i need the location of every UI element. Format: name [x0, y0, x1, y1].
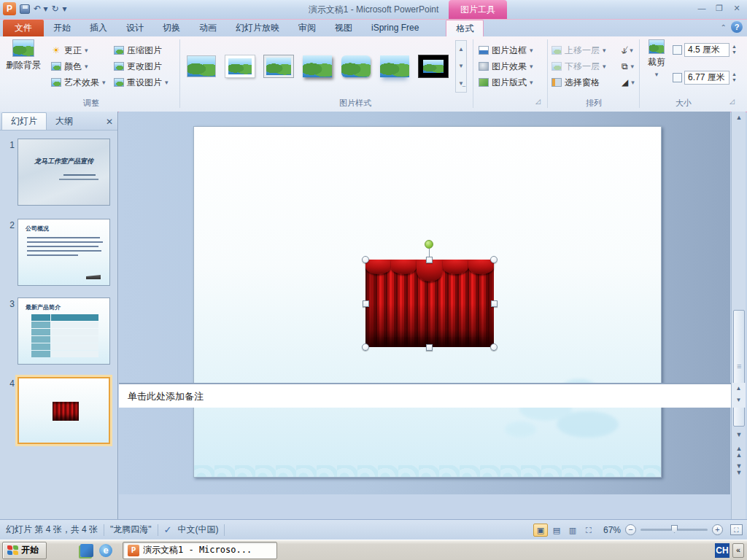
remove-background-button[interactable]: 删除背景 [3, 36, 44, 71]
resize-handle-ne[interactable] [490, 256, 498, 263]
picture-style-option[interactable] [261, 43, 296, 90]
powerpoint-task-icon: P [128, 545, 139, 556]
picture-style-option[interactable] [377, 43, 412, 90]
selection-pane-button[interactable]: 选择窗格 [551, 74, 606, 90]
slide-thumbnail-3[interactable]: 最新产品简介 [18, 298, 110, 365]
theme-name[interactable]: "龙腾四海" [110, 524, 152, 536]
shape-height-control: 4.5 厘米 ▲▼ [673, 41, 737, 58]
slide-canvas[interactable] [193, 126, 662, 478]
close-panel-icon[interactable]: ✕ [106, 117, 113, 127]
title-bar: P ↶ ▾ ↻ ▾ 演示文稿1 - Microsoft PowerPoint 图… [0, 0, 747, 20]
next-slide-icon[interactable]: ▼▼ [732, 463, 746, 476]
minimize-button[interactable]: — [696, 4, 708, 13]
change-picture-button[interactable]: 更改图片 [114, 58, 169, 74]
slide-thumbnail-2[interactable]: 公司概况 [18, 219, 110, 286]
spellcheck-icon[interactable]: ✓ [164, 524, 172, 535]
reset-picture-button[interactable]: 重设图片▾ [114, 74, 169, 90]
picture-border-button[interactable]: 图片边框▾ [479, 42, 533, 58]
language-indicator[interactable]: 中文(中国) [177, 524, 218, 536]
notes-pane[interactable]: 单击此处添加备注 [119, 383, 731, 408]
curtain-picture[interactable] [365, 260, 494, 347]
height-input[interactable]: 4.5 厘米 [684, 43, 729, 57]
picture-style-option[interactable] [222, 43, 258, 90]
picture-style-option[interactable] [338, 43, 374, 90]
resize-handle-e[interactable] [491, 300, 498, 307]
tab-view[interactable]: 视图 [325, 20, 362, 36]
tab-review[interactable]: 审阅 [289, 20, 325, 36]
vertical-scrollbar[interactable]: ▲ ▼ ▲▲ ▼▼ [731, 112, 746, 519]
align-button[interactable]: ⫝̸ ▾ [622, 42, 635, 58]
resize-handle-s[interactable] [426, 344, 433, 351]
tab-insert[interactable]: 插入 [80, 20, 117, 36]
resize-handle-w[interactable] [363, 300, 369, 307]
styles-dialog-launcher-icon[interactable]: ◿ [535, 98, 541, 105]
picture-style-option[interactable] [184, 43, 219, 90]
corrections-button[interactable]: ☀更正▾ [51, 42, 106, 58]
internet-explorer-icon[interactable]: e [99, 544, 112, 557]
width-input[interactable]: 6.77 厘米 [684, 71, 729, 85]
previous-slide-icon[interactable]: ▲▲ [732, 446, 746, 459]
tab-home[interactable]: 开始 [44, 20, 80, 36]
compress-picture-button[interactable]: 压缩图片 [114, 42, 169, 58]
slideshow-icon[interactable]: ⛶ [581, 524, 596, 537]
tab-outline[interactable]: 大纲 [47, 113, 82, 130]
rotate-button[interactable]: ◢ ▾ [622, 74, 635, 90]
zoom-slider-handle[interactable] [671, 525, 678, 533]
size-dialog-launcher-icon[interactable]: ◿ [729, 98, 735, 105]
picture-layout-button[interactable]: 图片版式▾ [479, 74, 533, 90]
notes-scrollbar[interactable]: ▲ ▼ [731, 383, 746, 408]
height-stepper[interactable]: ▲▼ [732, 44, 737, 55]
minimize-ribbon-icon[interactable]: ⌃ [721, 23, 727, 31]
scroll-down-icon[interactable]: ▼ [732, 431, 746, 438]
resize-handle-nw[interactable] [362, 256, 369, 263]
close-button[interactable]: ✕ [731, 4, 743, 13]
notes-scroll-down-icon[interactable]: ▼ [732, 394, 746, 406]
tab-ispring[interactable]: iSpring Free [362, 20, 428, 36]
tab-animations[interactable]: 动画 [190, 20, 226, 36]
restore-button[interactable]: ❐ [713, 4, 725, 13]
resize-handle-se[interactable] [490, 343, 498, 351]
width-stepper[interactable]: ▲▼ [732, 71, 737, 83]
tab-file[interactable]: 文件 [3, 20, 44, 36]
gallery-scroll-up-icon[interactable]: ▲ [456, 41, 466, 58]
slide-editing-area[interactable] [119, 112, 730, 494]
scroll-up-icon[interactable]: ▲ [732, 114, 746, 121]
slide-sorter-icon[interactable]: ▤ [549, 524, 564, 537]
language-bar-ch[interactable]: CH [715, 543, 729, 558]
zoom-in-icon[interactable]: + [712, 524, 723, 535]
tab-format[interactable]: 格式 [446, 20, 484, 36]
tab-design[interactable]: 设计 [117, 20, 153, 36]
color-button[interactable]: 颜色▾ [51, 58, 106, 74]
reading-view-icon[interactable]: ▥ [565, 524, 580, 537]
picture-style-option[interactable] [300, 43, 335, 90]
tab-transitions[interactable]: 切换 [153, 20, 190, 36]
notes-scroll-up-icon[interactable]: ▲ [732, 383, 746, 394]
rotate-handle[interactable] [425, 240, 433, 249]
tab-slides-thumbnails[interactable]: 幻灯片 [1, 112, 47, 130]
gallery-more-icon[interactable]: ▼̲ [456, 75, 466, 92]
fit-to-window-icon[interactable]: ⛶ [730, 524, 743, 535]
picture-style-option[interactable] [416, 43, 451, 90]
slide-thumbnail-4-selected[interactable] [18, 377, 110, 444]
zoom-out-icon[interactable]: − [625, 524, 636, 535]
ribbon-tab-row: 文件 开始 插入 设计 切换 动画 幻灯片放映 审阅 视图 iSpring Fr… [0, 20, 747, 36]
taskbar-task-powerpoint[interactable]: P 演示文稿1 - Microso... [123, 542, 277, 559]
scrollbar-thumb[interactable] [733, 310, 745, 427]
start-button[interactable]: 开始 [2, 542, 47, 559]
normal-view-icon[interactable]: ▣ [533, 524, 548, 537]
crop-button[interactable]: 裁剪 ▾ [643, 36, 670, 78]
help-icon[interactable]: ? [731, 21, 743, 33]
tab-slideshow[interactable]: 幻灯片放映 [226, 20, 289, 36]
resize-handle-sw[interactable] [362, 343, 369, 351]
zoom-percentage[interactable]: 67% [603, 525, 621, 535]
show-desktop-icon[interactable] [80, 544, 93, 557]
group-button[interactable]: ⧉ ▾ [622, 58, 635, 74]
zoom-slider[interactable] [640, 529, 708, 531]
slide-thumbnail-1[interactable]: 龙马工作室产品宣传 [18, 139, 110, 206]
collapse-tray-icon[interactable]: « [732, 543, 744, 558]
change-picture-icon [114, 62, 124, 71]
picture-effects-button[interactable]: 图片效果▾ [479, 58, 533, 74]
resize-handle-n[interactable] [426, 257, 433, 263]
gallery-scroll-down-icon[interactable]: ▼ [456, 58, 466, 74]
artistic-effects-button[interactable]: 艺术效果▾ [51, 74, 106, 90]
